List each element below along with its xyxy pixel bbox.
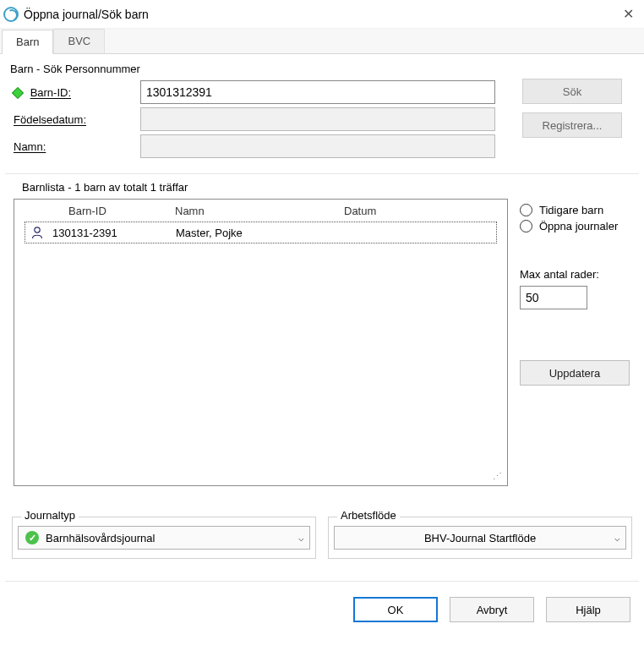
dialog-button-row: OK Avbryt Hjälp [5,581,639,622]
avbryt-button[interactable]: Avbryt [450,597,534,622]
divider [5,173,639,174]
max-antal-label: Max antal rader: [520,268,630,281]
svg-point-0 [35,227,40,233]
person-icon [25,226,49,239]
col-barn-id[interactable]: Barn-ID [50,205,175,217]
list-header: Barn-ID Namn Datum [14,200,507,222]
journaltyp-select[interactable]: ✓ Barnhälsovårdsjournal ⌵ [18,526,310,550]
namn-input [140,134,495,158]
title-bar: Öppna journal/Sök barn ✕ [0,0,644,29]
chevron-down-icon: ⌵ [614,533,620,544]
barnlista-list[interactable]: Barn-ID Namn Datum 130131-2391 Master, P… [14,199,508,486]
barn-id-label-text: Barn-ID: [30,86,71,99]
fodelsedatum-input [140,107,495,131]
app-icon [3,7,19,22]
max-antal-input[interactable] [520,286,587,309]
arbetsflode-value: BHV-Journal Startflöde [424,532,536,544]
radio-icon [520,204,532,216]
col-namn[interactable]: Namn [175,205,344,217]
arbetsflode-group: Arbetsflöde BHV-Journal Startflöde ⌵ [328,517,632,559]
radio-oppna-label: Öppna journaler [539,220,618,233]
table-row[interactable]: 130131-2391 Master, Pojke [25,222,497,243]
arbetsflode-legend: Arbetsflöde [337,509,400,522]
search-section-title: Barn - Sök Personnummer [10,63,639,75]
close-icon[interactable]: ✕ [616,6,641,22]
arbetsflode-select[interactable]: BHV-Journal Startflöde ⌵ [334,526,626,550]
row-barn-id: 130131-2391 [49,227,176,239]
tab-bvc[interactable]: BVC [53,29,105,53]
barn-id-label: Barn-ID: [5,86,140,99]
sok-button[interactable]: Sök [522,79,622,104]
tab-barn[interactable]: Barn [2,30,53,54]
col-datum[interactable]: Datum [344,205,507,217]
namn-label: Namn: [5,140,140,153]
ok-button[interactable]: OK [353,597,438,622]
required-indicator-icon [12,87,24,99]
fodelsedatum-label: Födelsedatum: [5,113,140,126]
journaltyp-group: Journaltyp ✓ Barnhälsovårdsjournal ⌵ [12,517,316,559]
row-namn: Master, Pojke [176,227,345,239]
chevron-down-icon: ⌵ [298,533,304,544]
check-icon: ✓ [25,531,39,544]
resize-grip-icon[interactable]: ⋰ [493,471,502,482]
radio-tidigare-barn[interactable]: Tidigare barn [520,204,630,216]
radio-oppna-journaler[interactable]: Öppna journaler [520,220,630,233]
fodelsedatum-label-text: Födelsedatum: [14,113,86,126]
barnlista-title: Barnlista - 1 barn av totalt 1 träffar [22,181,636,194]
window-title: Öppna journal/Sök barn [24,8,616,21]
barn-id-input[interactable] [140,80,495,104]
radio-icon [520,220,532,233]
tab-bar: Barn BVC [0,29,644,54]
hjalp-button[interactable]: Hjälp [546,597,630,622]
namn-label-text: Namn: [14,140,46,153]
uppdatera-button[interactable]: Uppdatera [520,360,630,386]
journaltyp-value: Barnhälsovårdsjournal [46,532,155,544]
radio-tidigare-label: Tidigare barn [539,204,603,216]
journaltyp-legend: Journaltyp [21,509,79,522]
registrera-button[interactable]: Registrera... [522,112,622,138]
